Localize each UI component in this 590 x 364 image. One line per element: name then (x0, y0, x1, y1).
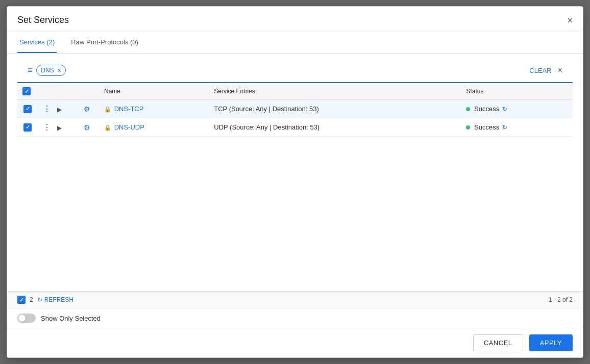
show-only-selected-row: Show Only Selected (7, 308, 583, 328)
filter-tag-remove-icon[interactable]: × (57, 66, 61, 74)
row-checkbox-dns-tcp[interactable] (17, 100, 38, 118)
show-only-label: Show Only Selected (41, 315, 101, 322)
filter-tag-text: DNS (41, 67, 54, 74)
row-icon-dns-tcp: ⚙ (79, 100, 99, 118)
status-dot-icon (466, 125, 470, 129)
th-service-entries: Service Entries (209, 83, 461, 100)
dialog-header: Set Services × (7, 7, 583, 32)
status-text: Success (474, 123, 499, 131)
show-only-toggle[interactable] (17, 314, 36, 323)
dialog-body: ≡ DNS × CLEAR × Name (7, 54, 583, 328)
th-actions (38, 83, 79, 100)
tab-services[interactable]: Services (2) (17, 32, 57, 53)
row-actions-dns-udp: ⋮ ▶ (38, 118, 79, 137)
filter-bar: ≡ DNS × CLEAR × (17, 59, 573, 83)
th-icon (79, 83, 99, 100)
services-table: Name Service Entries Status ⋮ (17, 83, 573, 137)
dialog-title: Set Services (17, 15, 69, 25)
apply-button[interactable]: APPLY (529, 334, 573, 351)
row-icon-dns-udp: ⚙ (79, 118, 99, 137)
refresh-label[interactable]: REFRESH (44, 296, 73, 303)
cancel-button[interactable]: CANCEL (473, 334, 523, 351)
row-status-dns-tcp: Success ↻ (461, 100, 573, 118)
footer-checkbox[interactable] (17, 296, 26, 304)
filter-close-icon[interactable]: × (558, 66, 562, 75)
toggle-knob (18, 315, 26, 322)
refresh-spin-icon: ↻ (37, 296, 42, 303)
row-service-entries-dns-tcp: TCP (Source: Any | Destination: 53) (209, 100, 461, 118)
set-services-dialog: Set Services × Services (2) Raw Port-Pro… (7, 6, 583, 358)
service-name-link[interactable]: DNS-UDP (114, 123, 144, 131)
services-table-container: Name Service Entries Status ⋮ (17, 83, 573, 291)
more-options-icon[interactable]: ⋮ (43, 123, 52, 132)
filter-icon[interactable]: ≡ (28, 66, 32, 75)
th-name: Name (99, 83, 209, 100)
expand-icon[interactable]: ▶ (57, 106, 62, 113)
table-row: ⋮ ▶ ⚙ 🔒 DNS-UDP UDP (Source: Any | Desti… (17, 118, 573, 137)
checkbox-dns-tcp[interactable] (23, 105, 32, 113)
table-footer: 2 ↻ REFRESH 1 - 2 of 2 (7, 291, 583, 308)
lock-icon: 🔒 (104, 124, 111, 131)
dialog-footer: CANCEL APPLY (7, 328, 583, 357)
refresh-button[interactable]: ↻ REFRESH (37, 296, 73, 303)
row-name-dns-tcp: 🔒 DNS-TCP (99, 100, 209, 118)
close-dialog-icon[interactable]: × (567, 16, 573, 25)
row-name-dns-udp: 🔒 DNS-UDP (99, 118, 209, 137)
row-actions-dns-tcp: ⋮ ▶ (38, 100, 79, 118)
clear-button[interactable]: CLEAR (529, 67, 551, 74)
table-row: ⋮ ▶ ⚙ 🔒 DNS-TCP TCP (Source: Any | Desti… (17, 100, 573, 118)
status-dot-icon (466, 107, 470, 111)
pagination-text: 1 - 2 of 2 (549, 296, 573, 303)
lock-icon: 🔒 (104, 106, 111, 112)
table-header-row: Name Service Entries Status (17, 83, 573, 100)
service-gear-icon: ⚙ (84, 105, 90, 113)
service-gear-icon: ⚙ (84, 123, 90, 132)
tab-raw-port-protocols[interactable]: Raw Port-Protocols (0) (69, 32, 140, 53)
select-all-checkbox[interactable] (22, 87, 31, 95)
tab-bar: Services (2) Raw Port-Protocols (0) (7, 32, 583, 54)
filter-tag-dns: DNS × (36, 65, 66, 76)
status-refresh-icon[interactable]: ↻ (502, 106, 507, 113)
more-options-icon[interactable]: ⋮ (43, 105, 52, 113)
row-checkbox-dns-udp[interactable] (17, 118, 38, 137)
row-status-dns-udp: Success ↻ (461, 118, 573, 137)
status-refresh-icon[interactable]: ↻ (502, 124, 507, 131)
status-text: Success (474, 105, 499, 113)
selected-count: 2 (30, 296, 33, 303)
row-service-entries-dns-udp: UDP (Source: Any | Destination: 53) (209, 118, 461, 137)
th-checkbox (17, 83, 38, 100)
service-name-link[interactable]: DNS-TCP (114, 105, 144, 113)
checkbox-dns-udp[interactable] (23, 123, 32, 132)
expand-icon[interactable]: ▶ (57, 124, 62, 132)
th-status: Status (461, 83, 573, 100)
